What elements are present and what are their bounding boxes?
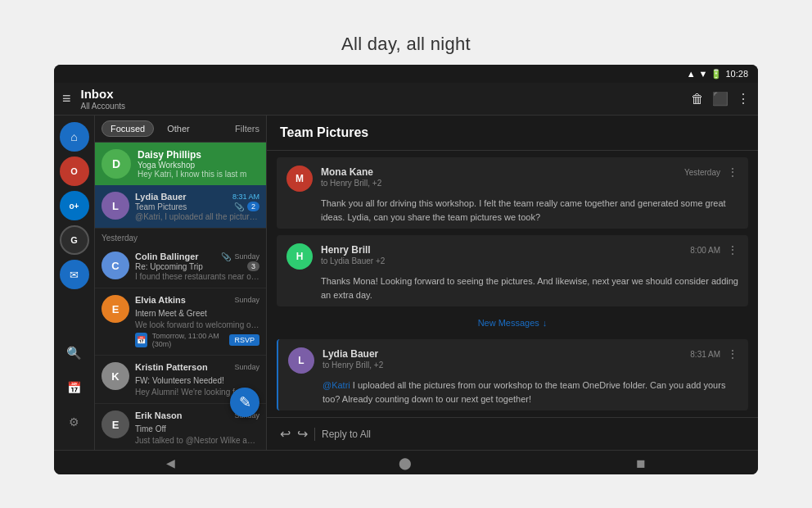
email-item-elvia[interactable]: E Elvia Atkins Sunday Intern Meet & Gree… <box>95 288 266 356</box>
msg-sender-lydia: Lydia Bauer <box>323 348 378 360</box>
msg-more-mona[interactable]: ⋮ <box>727 166 738 179</box>
signal-icon: ▼ <box>699 69 708 79</box>
focused-tab[interactable]: Focused <box>102 120 154 137</box>
home-nav-btn[interactable]: ⬤ <box>399 456 412 469</box>
inbox-title: Inbox <box>81 87 691 102</box>
message-card-henry: H Henry Brill 8:00 AM ⋮ to Lydia Bauer +… <box>277 235 748 306</box>
hamburger-menu-icon[interactable]: ≡ <box>62 90 71 107</box>
subject-erik: Time Off <box>135 424 166 433</box>
email-list: Focused Other Filters D Daisy Phillips Y… <box>95 116 267 450</box>
reply-bar: ↩ ↪ Reply to All <box>267 417 758 450</box>
message-card-mona: M Mona Kane Yesterday ⋮ to Henry Brill, … <box>277 157 748 229</box>
back-nav-btn[interactable]: ◀ <box>166 456 175 469</box>
settings-icon: ⚙ <box>69 415 79 429</box>
inbox-subtitle: All Accounts <box>81 102 691 111</box>
avatar-colin: C <box>102 252 129 279</box>
attachment-icon-colin: 📎 <box>221 252 231 261</box>
other-tab[interactable]: Other <box>159 121 198 136</box>
sender-kristin: Kristin Patterson <box>135 362 208 372</box>
delete-icon[interactable]: 🗑 <box>691 92 704 107</box>
avatar-elvia: E <box>102 295 129 323</box>
compose-fab[interactable]: ✎ <box>230 388 259 417</box>
preview-elvia: We look forward to welcoming our fall in… <box>135 320 259 329</box>
msg-body-henry: Thanks Mona! Looking forward to seeing t… <box>277 274 748 306</box>
sidebar-home[interactable]: ⌂ <box>60 122 89 152</box>
msg-body-lydia: @Katri I uploaded all the pictures from … <box>278 379 748 410</box>
subject-elvia: Intern Meet & Greet <box>135 309 207 318</box>
sender-elvia: Elvia Atkins <box>135 295 186 305</box>
msg-time-henry: 8:00 AM <box>690 246 720 255</box>
msg-to-mona: to Henry Brill, +2 <box>321 179 738 188</box>
section-label-yesterday: Yesterday <box>95 229 266 245</box>
new-messages-bar[interactable]: New Messages ↓ <box>277 313 748 333</box>
archive-icon[interactable]: ⬛ <box>712 91 729 107</box>
msg-sender-henry: Henry Brill <box>321 244 371 256</box>
avatar-erik: E <box>102 410 129 438</box>
msg-more-henry[interactable]: ⋮ <box>727 243 738 256</box>
msg-more-lydia[interactable]: ⋮ <box>727 347 738 361</box>
reply-icon[interactable]: ↩ <box>280 426 291 442</box>
search-icon-btn[interactable]: 🔍 <box>60 338 89 368</box>
sidebar-outlook[interactable]: o+ <box>60 191 89 220</box>
rsvp-time: Tomorrow, 11:00 AM (30m) <box>152 332 225 348</box>
msg-body-mona: Thank you all for driving this workshop.… <box>277 197 748 229</box>
bottom-nav: ◀ ⬤ ◼ <box>54 450 758 474</box>
mention-katri: @Katri <box>323 380 350 390</box>
search-icon: 🔍 <box>66 346 82 361</box>
reply-all-btn[interactable]: Reply to All <box>322 429 371 440</box>
avatar-kristin: K <box>102 362 129 390</box>
sidebar-google[interactable]: G <box>60 225 89 255</box>
attachment-icon-lydia: 📎 <box>234 202 244 211</box>
settings-icon-btn[interactable]: ⚙ <box>60 407 89 437</box>
sidebar-office[interactable]: O <box>60 156 89 186</box>
subject-kristin: FW: Volunteers Needed! <box>135 376 224 385</box>
sender-colin: Colin Ballinger <box>135 252 199 261</box>
forward-icon[interactable]: ↪ <box>297 426 308 442</box>
page-title: All day, all night <box>341 34 471 55</box>
more-options-icon[interactable]: ⋮ <box>737 91 750 107</box>
sender-lydia: Lydia Bauer <box>135 192 187 202</box>
time-kristin: Sunday <box>234 363 259 371</box>
badge-lydia: 2 <box>247 202 259 211</box>
google-icon: G <box>70 235 78 245</box>
avatar-lydia: L <box>102 192 129 220</box>
email-item-colin[interactable]: C Colin Ballinger 📎 Sunday Re: Upcoming … <box>95 245 266 288</box>
new-messages-label: New Messages <box>478 318 539 328</box>
top-bar: ≡ Inbox All Accounts 🗑 ⬛ ⋮ <box>54 83 758 116</box>
preview-colin: I found these restaurants near our... <box>135 272 259 281</box>
sidebar-mail[interactable]: ✉ <box>60 260 89 289</box>
msg-time-lydia: 8:31 AM <box>690 350 720 359</box>
detail-title: Team Pictures <box>280 125 745 140</box>
outlook-icon: o+ <box>70 202 79 211</box>
battery-icon: 🔋 <box>710 69 722 79</box>
calendar-rsvp-icon: 📅 <box>135 333 147 347</box>
time-elvia: Sunday <box>234 296 259 304</box>
filters-btn[interactable]: Filters <box>235 124 259 134</box>
featured-preview: Hey Katri, I know this is last m <box>138 170 259 179</box>
featured-subject: Yoga Workshop <box>138 161 259 170</box>
icon-sidebar: ⌂ O o+ G ✉ 🔍 📅 ⚙ <box>54 116 95 450</box>
status-bar: ▲ ▼ 🔋 10:28 <box>54 65 758 83</box>
rsvp-btn[interactable]: RSVP <box>229 334 259 346</box>
msg-to-henry: to Lydia Bauer +2 <box>321 256 738 265</box>
time-colin: Sunday <box>234 252 259 261</box>
avatar-lydia-msg: L <box>288 347 314 374</box>
msg-time-mona: Yesterday <box>684 168 720 177</box>
mail-icon: ✉ <box>70 269 79 281</box>
badge-colin: 3 <box>247 261 259 271</box>
message-card-lydia: L Lydia Bauer 8:31 AM ⋮ to Henry Brill, … <box>277 339 748 410</box>
wifi-icon: ▲ <box>687 69 696 79</box>
time-display: 10:28 <box>725 69 748 79</box>
msg-sender-mona: Mona Kane <box>321 166 373 178</box>
time-lydia: 8:31 AM <box>232 193 259 201</box>
preview-lydia: @Katri, I uploaded all the pictures fro.… <box>135 212 259 221</box>
featured-sender: Daisy Phillips <box>138 149 259 161</box>
featured-email[interactable]: D Daisy Phillips Yoga Workshop Hey Katri… <box>95 143 266 185</box>
email-item-lydia[interactable]: L Lydia Bauer 8:31 AM Team Pictures 📎 2 <box>95 185 266 229</box>
detail-header: Team Pictures <box>267 116 758 151</box>
office-icon: O <box>70 166 78 176</box>
recents-nav-btn[interactable]: ◼ <box>636 456 646 469</box>
calendar-icon-btn[interactable]: 📅 <box>60 373 89 402</box>
msg-to-lydia: to Henry Brill, +2 <box>323 361 738 370</box>
device-frame: ▲ ▼ 🔋 10:28 ≡ Inbox All Accounts 🗑 ⬛ ⋮ ⌂… <box>54 65 758 474</box>
